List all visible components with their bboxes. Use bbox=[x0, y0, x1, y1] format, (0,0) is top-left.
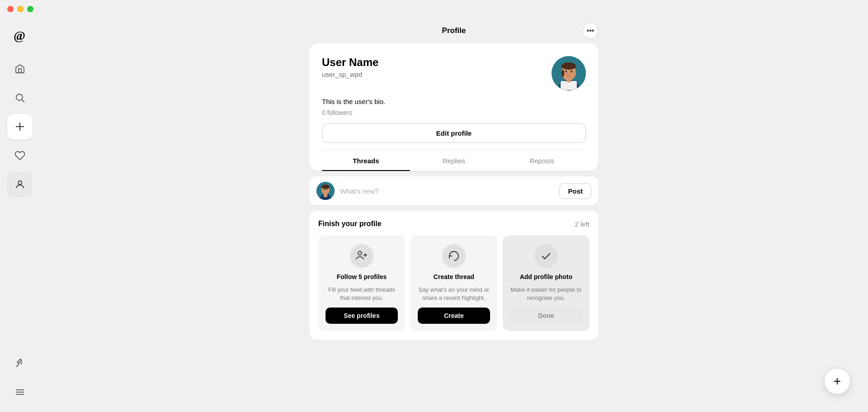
more-options-button[interactable]: ••• bbox=[582, 23, 599, 39]
svg-point-25 bbox=[324, 189, 325, 190]
finish-card-photo: Add profile photo Make it easier for peo… bbox=[503, 235, 590, 331]
sidebar-item-more[interactable] bbox=[7, 379, 33, 405]
follow-card-title: Follow 5 profiles bbox=[337, 273, 387, 280]
tab-replies[interactable]: Replies bbox=[410, 151, 498, 171]
svg-line-2 bbox=[22, 100, 25, 103]
post-button[interactable]: Post bbox=[559, 183, 591, 199]
traffic-lights bbox=[7, 6, 33, 12]
followers-count: 0 followers bbox=[322, 109, 586, 116]
done-button[interactable]: Done bbox=[510, 308, 582, 324]
content-area: Profile ••• User Name user_sp_wpd bbox=[40, 18, 868, 412]
profile-card: User Name user_sp_wpd bbox=[309, 43, 599, 171]
svg-point-24 bbox=[321, 185, 330, 189]
svg-line-6 bbox=[16, 364, 19, 367]
maximize-button[interactable] bbox=[27, 6, 33, 12]
finish-card-follow: Follow 5 profiles Fill your feed with th… bbox=[318, 235, 405, 331]
finish-profile-count: 2 left bbox=[575, 220, 590, 228]
app-container: @ bbox=[0, 18, 868, 412]
new-thread-bar: What's new? Post bbox=[309, 176, 599, 205]
sidebar-nav bbox=[7, 56, 33, 350]
below-card: What's new? Post Finish your profile 2 l… bbox=[309, 171, 599, 340]
minimize-button[interactable] bbox=[17, 6, 24, 12]
sidebar-item-home[interactable] bbox=[7, 56, 33, 81]
fab-button[interactable]: + bbox=[825, 369, 850, 394]
thread-avatar bbox=[316, 182, 335, 200]
title-bar bbox=[0, 0, 868, 18]
profile-name: User Name bbox=[322, 56, 378, 69]
follow-card-desc: Fill your feed with threads that interes… bbox=[326, 286, 398, 302]
profile-tabs: Threads Replies Reposts bbox=[322, 150, 586, 171]
svg-point-1 bbox=[16, 94, 23, 100]
svg-text:@: @ bbox=[14, 28, 25, 43]
sidebar: @ bbox=[0, 18, 40, 412]
profile-info: User Name user_sp_wpd bbox=[322, 56, 586, 90]
close-button[interactable] bbox=[7, 6, 14, 12]
sidebar-item-create[interactable] bbox=[7, 114, 33, 139]
create-thread-button[interactable]: Create bbox=[418, 308, 490, 324]
finish-profile-title: Finish your profile bbox=[318, 220, 382, 228]
finish-cards: Follow 5 profiles Fill your feed with th… bbox=[318, 235, 590, 331]
sidebar-item-profile[interactable] bbox=[7, 172, 33, 197]
sidebar-item-search[interactable] bbox=[7, 85, 33, 110]
profile-details: User Name user_sp_wpd bbox=[322, 56, 378, 78]
create-thread-icon bbox=[442, 244, 466, 268]
svg-point-19 bbox=[571, 71, 572, 72]
sidebar-item-activity[interactable] bbox=[7, 143, 33, 168]
photo-card-title: Add profile photo bbox=[520, 273, 573, 280]
profile-handle: user_sp_wpd bbox=[322, 71, 378, 78]
thread-card-desc: Say what's on your mind or share a recen… bbox=[418, 286, 490, 302]
profile-bio: This is the user's bio. bbox=[322, 98, 586, 105]
page-title: Profile bbox=[442, 26, 466, 35]
svg-point-27 bbox=[358, 251, 362, 255]
page-header: Profile ••• bbox=[309, 18, 599, 43]
see-profiles-button[interactable]: See profiles bbox=[326, 308, 398, 324]
svg-point-26 bbox=[326, 189, 327, 190]
avatar bbox=[552, 56, 586, 90]
sidebar-bottom bbox=[7, 350, 33, 405]
finish-profile-section: Finish your profile 2 left bbox=[309, 211, 599, 340]
finish-card-thread: Create thread Say what's on your mind or… bbox=[410, 235, 497, 331]
sidebar-item-pin[interactable] bbox=[7, 350, 33, 376]
svg-point-17 bbox=[561, 70, 564, 77]
tab-threads[interactable]: Threads bbox=[322, 151, 410, 171]
app-logo: @ bbox=[10, 25, 30, 45]
tab-reposts[interactable]: Reposts bbox=[498, 151, 586, 171]
new-thread-placeholder[interactable]: What's new? bbox=[340, 187, 554, 195]
photo-card-desc: Make it easier for people to recognise y… bbox=[510, 286, 582, 302]
follow-icon bbox=[350, 244, 373, 268]
svg-point-18 bbox=[565, 71, 567, 72]
checkmark-icon bbox=[534, 244, 558, 268]
svg-point-5 bbox=[18, 181, 22, 185]
edit-profile-button[interactable]: Edit profile bbox=[322, 123, 586, 143]
thread-card-title: Create thread bbox=[434, 273, 474, 280]
finish-profile-header: Finish your profile 2 left bbox=[318, 220, 590, 228]
